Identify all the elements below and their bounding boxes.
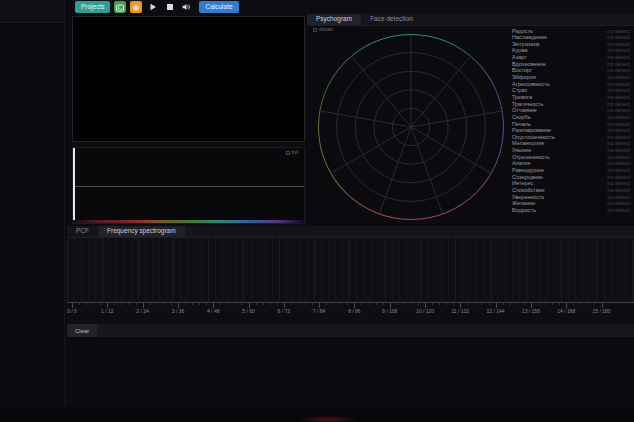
bottom-strip (0, 407, 634, 422)
tab-pcf[interactable]: PCF (67, 226, 98, 237)
axis-tick-label: 13 / 156 (522, 309, 540, 314)
play-icon (149, 3, 157, 11)
decart-checkbox[interactable] (313, 28, 317, 32)
emotion-name: Скорбь (512, 115, 531, 121)
emotion-row: Бодростьno detect (512, 207, 630, 214)
full-checkbox[interactable] (286, 151, 290, 155)
axis-tick-label: 5 / 60 (242, 309, 255, 314)
video-preview-panel (72, 16, 305, 142)
emotion-name: Спокойствие (512, 188, 545, 194)
spectrogram-axis: 0 / 01 / 122 / 243 / 364 / 485 / 606 / 7… (67, 302, 634, 316)
axis-tick-label: 2 / 24 (136, 309, 149, 314)
open-media-button[interactable] (114, 1, 126, 13)
asterisk-icon (132, 0, 140, 15)
spectrogram-plot (67, 238, 634, 302)
speaker-icon (182, 3, 191, 11)
emotion-name: Интерес (512, 181, 533, 187)
spectrogram-tabbar: PCF Frequency spectrogram (67, 226, 634, 238)
emotion-name: Отчаяние (512, 108, 537, 114)
emotion-value: no detect (607, 128, 630, 134)
axis-tick-label: 3 / 36 (172, 309, 185, 314)
volume-button[interactable] (180, 1, 193, 13)
emotion-name: Бодрость (512, 208, 536, 214)
emotion-name: Разочарование (512, 128, 551, 134)
axis-tick-label: 0 / 0 (67, 309, 77, 314)
axis-tick-label: 9 / 108 (382, 309, 397, 314)
tab-psychogram[interactable]: Psychogram (307, 14, 361, 25)
emotion-value: no detect (607, 115, 630, 121)
emotion-value: no detect (607, 181, 630, 187)
app-window: Projects Calculate (0, 0, 634, 422)
psychogram-chart (318, 34, 504, 220)
projects-button[interactable]: Projects (75, 1, 110, 13)
emotion-list: Радостьno detectНаслаждениеno detectЭнту… (512, 28, 630, 214)
console-toolbar: Clear (67, 324, 634, 337)
emotion-value: no detect (607, 208, 630, 214)
emotion-value: no detect (607, 55, 630, 61)
emotion-value: no detect (607, 168, 630, 174)
emotion-name: Наслаждение (512, 35, 547, 41)
emotion-name: Равнодушие (512, 168, 544, 174)
image-icon (116, 0, 124, 15)
axis-tick-label: 6 / 72 (278, 309, 291, 314)
emotion-value: no detect (607, 201, 630, 207)
emotion-name: Тревога (512, 95, 532, 101)
emotion-value: no detect (607, 35, 630, 41)
stop-icon (166, 3, 174, 11)
emotion-name: Уныние (512, 148, 531, 154)
right-panel-tabbar: Psychogram Face detection (307, 14, 634, 26)
waveform-panel: full (72, 147, 305, 224)
emotion-value: no detect (607, 108, 630, 114)
calculate-button[interactable]: Calculate (199, 1, 238, 13)
psychogram-grid (318, 34, 504, 220)
axis-tick-label: 1 / 12 (101, 309, 114, 314)
axis-tick-label: 4 / 48 (207, 309, 220, 314)
emotion-name: Желание (512, 201, 535, 207)
toolbar: Projects Calculate (75, 1, 239, 13)
decart-checkbox-label: decart (319, 27, 333, 32)
axis-tick-label: 14 / 168 (557, 309, 575, 314)
emotion-row: Скорбьno detect (512, 114, 630, 121)
emotion-name: Страх (512, 88, 527, 94)
axis-tick-label: 7 / 84 (313, 309, 326, 314)
stop-button[interactable] (163, 1, 176, 13)
waveform-zero-line (75, 186, 304, 187)
add-button[interactable] (130, 1, 142, 13)
sidebar-header (0, 0, 64, 23)
emotion-value: no detect (607, 95, 630, 101)
clear-button[interactable]: Clear (67, 324, 97, 337)
axis-tick-label: 15 / 180 (592, 309, 610, 314)
axis-tick-label: 11 / 132 (451, 309, 469, 314)
console-output (67, 337, 634, 407)
taskbar-glow (298, 416, 358, 422)
emotion-value: no detect (607, 188, 630, 194)
emotion-name: Азарт (512, 55, 527, 61)
psychogram-panel: Psychogram Face detection decart Радость… (307, 14, 634, 225)
emotion-value: no detect (607, 148, 630, 154)
emotion-value: no detect (607, 88, 630, 94)
waveform-color-scale (73, 220, 304, 223)
tab-face-detection[interactable]: Face detection (361, 14, 422, 25)
tab-frequency-spectrogram[interactable]: Frequency spectrogram (98, 226, 185, 237)
axis-tick-label: 10 / 120 (416, 309, 434, 314)
left-sidebar (0, 0, 65, 407)
emotion-name: Эйфория (512, 75, 536, 81)
emotion-value: no detect (607, 75, 630, 81)
axis-tick-label: 12 / 144 (487, 309, 505, 314)
axis-tick-label: 8 / 96 (348, 309, 361, 314)
play-button[interactable] (146, 1, 159, 13)
full-checkbox-label: full (292, 150, 298, 155)
